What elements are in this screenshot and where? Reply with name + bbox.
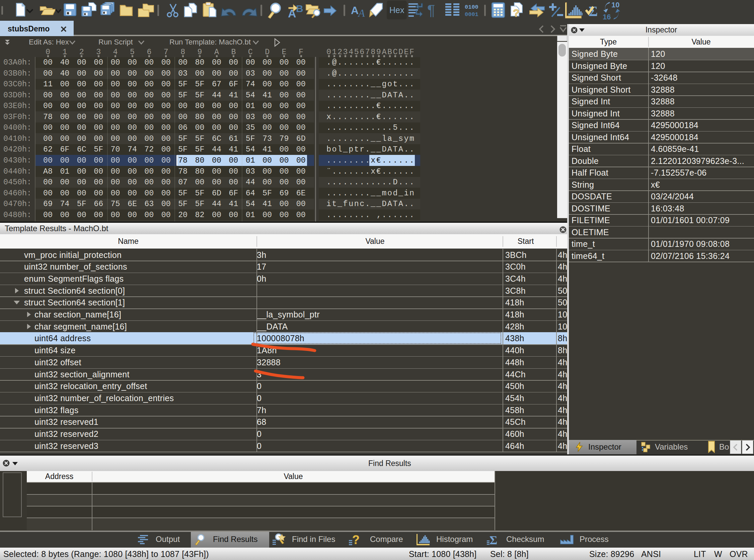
svg-text:?: ? [352,533,360,546]
svg-text:10: 10 [611,1,619,9]
svg-text:16: 16 [603,13,611,20]
svg-text:Σ: Σ [489,534,498,546]
